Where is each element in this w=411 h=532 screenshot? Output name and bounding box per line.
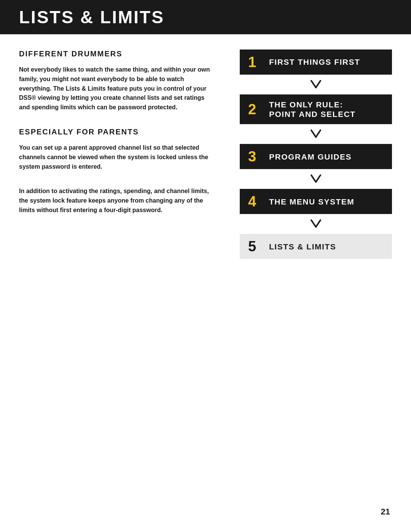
page-number: 21 — [381, 507, 390, 517]
nav-number-3: 3 — [248, 149, 265, 164]
section1-body: Not everybody likes to watch the same th… — [19, 65, 217, 112]
nav-number-1: 1 — [248, 55, 265, 69]
nav-label-1: FIRST THINGS FIRST — [269, 57, 360, 67]
arrow-2 — [240, 124, 392, 144]
arrow-1 — [240, 75, 392, 94]
section2-body2: In addition to activating the ratings, s… — [19, 187, 217, 215]
nav-number-5: 5 — [248, 239, 265, 254]
nav-label-4: THE MENU SYSTEM — [269, 197, 354, 206]
section1-title: DIFFERENT DRUMMERS — [19, 50, 217, 58]
nav-item-3: 3 PROGRAM GUIDES — [240, 144, 392, 169]
nav-label-2-sub: POINT AND SELECT — [269, 109, 355, 119]
section-especially-parents: ESPECIALLY FOR PARENTS You can set up a … — [19, 128, 217, 215]
nav-item-2: 2 THE ONLY RULE: POINT AND SELECT — [240, 94, 392, 124]
left-column: DIFFERENT DRUMMERS Not everybody likes t… — [19, 50, 217, 259]
content-area: DIFFERENT DRUMMERS Not everybody likes t… — [0, 50, 411, 259]
nav-item-5: 5 LISTS & LIMITS — [240, 234, 392, 259]
chevron-down-icon-4 — [309, 217, 323, 231]
right-column: 1 FIRST THINGS FIRST 2 THE ONLY RULE: PO… — [240, 50, 392, 259]
nav-item-1: 1 FIRST THINGS FIRST — [240, 50, 392, 75]
nav-label-5: LISTS & LIMITS — [269, 242, 336, 251]
chevron-down-icon-1 — [309, 78, 323, 91]
section-different-drummers: DIFFERENT DRUMMERS Not everybody likes t… — [19, 50, 217, 112]
nav-label-2: THE ONLY RULE: POINT AND SELECT — [269, 100, 355, 119]
chevron-down-icon-2 — [309, 127, 323, 141]
arrow-4 — [240, 214, 392, 234]
nav-number-4: 4 — [248, 194, 265, 209]
chevron-down-icon-3 — [309, 172, 323, 186]
section2-title: ESPECIALLY FOR PARENTS — [19, 128, 217, 136]
page: LISTS & LIMITS DIFFERENT DRUMMERS Not ev… — [0, 0, 411, 532]
nav-number-2: 2 — [248, 102, 265, 117]
nav-label-3: PROGRAM GUIDES — [269, 152, 352, 161]
section2-body1: You can set up a parent approved channel… — [19, 143, 217, 171]
arrow-3 — [240, 169, 392, 189]
page-title: LISTS & LIMITS — [19, 7, 392, 27]
nav-item-4: 4 THE MENU SYSTEM — [240, 189, 392, 214]
header-bar: LISTS & LIMITS — [0, 0, 411, 34]
